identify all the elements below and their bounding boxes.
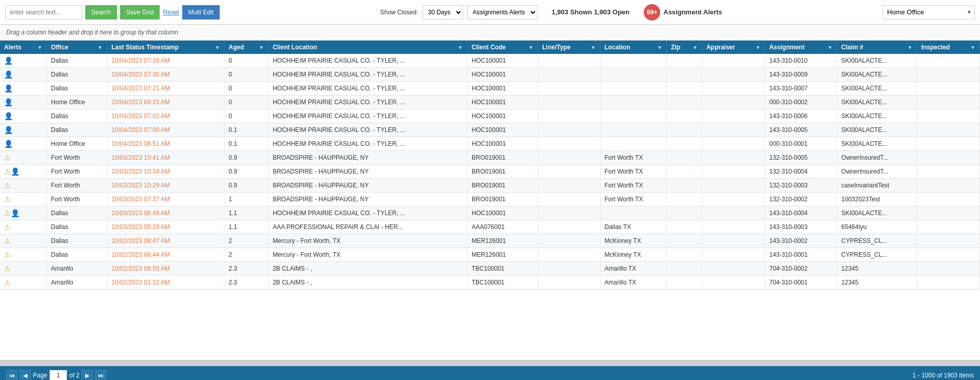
- scrollbar[interactable]: [0, 360, 980, 366]
- table-row[interactable]: ⚠Fort Worth10/03/2023 07:37 AM1BROADSPIR…: [0, 193, 980, 206]
- assignments-alerts-select[interactable]: Assignments Alerts: [467, 5, 537, 20]
- table-row[interactable]: ⚠Amarillo10/02/2023 01:12 AM2.32B CLAIMS…: [0, 276, 980, 290]
- page-label: Page: [33, 372, 47, 379]
- th-zip[interactable]: Zip▼: [667, 41, 702, 54]
- cell-office: Dallas: [47, 234, 107, 248]
- cell-timestamp: 10/04/2023 07:39 AM: [107, 54, 224, 68]
- save-grid-button[interactable]: Save Grid: [120, 5, 160, 20]
- table-row[interactable]: 👤Home Office10/04/2023 08:51 AM0.1HOCHHE…: [0, 137, 980, 151]
- th-client_code[interactable]: Client Code▼: [467, 41, 538, 54]
- th-claim_num[interactable]: Claim #▼: [837, 41, 917, 54]
- cell-location: [600, 137, 667, 151]
- filter-icon-office[interactable]: ▼: [98, 45, 103, 50]
- last-page-button[interactable]: ⏭: [95, 370, 106, 380]
- table-row[interactable]: 👤Dallas10/04/2023 07:39 AM0HOCHHEIM PRAI…: [0, 54, 980, 68]
- th-client_location[interactable]: Client Location▼: [268, 41, 468, 54]
- cell-appraiser: [702, 193, 765, 206]
- table-row[interactable]: 👤Dallas10/04/2023 07:21 AM0HOCHHEIM PRAI…: [0, 82, 980, 96]
- cell-assignment: 143-310-0002: [765, 234, 837, 248]
- th-last_status_timestamp[interactable]: Last Status Timestamp▼: [107, 41, 224, 54]
- cell-inspected: [917, 137, 980, 151]
- table-row[interactable]: ⚠👤Dallas10/03/2023 06:49 AM1.1HOCHHEIM P…: [0, 206, 980, 220]
- cell-line-type: [538, 206, 600, 220]
- cell-line-type: [538, 151, 600, 165]
- filter-icon-client_code[interactable]: ▼: [528, 45, 533, 50]
- cell-inspected: [917, 276, 980, 290]
- th-appraiser[interactable]: Appraiser▼: [702, 41, 765, 54]
- table-row[interactable]: ⚠Fort Worth10/03/2023 10:41 AM0.9BROADSP…: [0, 151, 980, 165]
- table-row[interactable]: ⚠Amarillo10/02/2023 08:55 AM2.32B CLAIMS…: [0, 262, 980, 276]
- show-closed-select[interactable]: 30 Days: [422, 5, 463, 20]
- filter-icon-inspected[interactable]: ▼: [970, 45, 975, 50]
- search-button[interactable]: Search: [85, 5, 117, 20]
- cell-alerts: ⚠: [0, 193, 47, 206]
- home-office-select[interactable]: Home Office: [882, 5, 975, 20]
- cell-alerts: ⚠: [0, 262, 47, 276]
- alert-badge[interactable]: 99+: [644, 4, 660, 21]
- cell-zip: [667, 220, 702, 234]
- cell-timestamp: 10/04/2023 07:21 AM: [107, 82, 224, 96]
- cell-inspected: [917, 165, 980, 179]
- filter-icon-assignment[interactable]: ▼: [828, 45, 833, 50]
- show-closed-label: Show Closed:: [380, 9, 418, 16]
- th-aged[interactable]: Aged▼: [224, 41, 268, 54]
- filter-icon-last_status_timestamp[interactable]: ▼: [215, 45, 220, 50]
- table-row[interactable]: 👤Dallas10/04/2023 07:00 AM0.1HOCHHEIM PR…: [0, 123, 980, 137]
- th-inspected[interactable]: Inspected▼: [917, 41, 980, 54]
- cell-timestamp: 10/03/2023 05:29 AM: [107, 220, 224, 234]
- filter-icon-line_type[interactable]: ▼: [591, 45, 596, 50]
- alert-user-icon: 👤: [4, 126, 13, 134]
- th-office[interactable]: Office▼: [47, 41, 107, 54]
- cell-aged: 2.3: [224, 262, 268, 276]
- table-row[interactable]: ⚠👤Fort Worth10/03/2023 10:34 AM0.9BROADS…: [0, 165, 980, 179]
- search-input[interactable]: [5, 5, 82, 20]
- prev-page-button[interactable]: ◀: [20, 370, 31, 380]
- table-row[interactable]: ⚠Dallas10/02/2023 08:47 AM2Mercury - For…: [0, 234, 980, 248]
- filter-icon-location[interactable]: ▼: [657, 45, 662, 50]
- cell-zip: [667, 179, 702, 193]
- cell-client-location: Mercury - Fort Worth, TX: [268, 248, 468, 262]
- th-location[interactable]: Location▼: [600, 41, 667, 54]
- cell-appraiser: [702, 206, 765, 220]
- cell-client-location: HOCHHEIM PRAIRIE CASUAL CO. - TYLER, ...: [268, 82, 468, 96]
- cell-client-location: HOCHHEIM PRAIRIE CASUAL CO. - TYLER, ...: [268, 54, 468, 68]
- alert-user-icon: 👤: [4, 112, 13, 120]
- toolbar: Search Save Grid Reset Multi Edit Show C…: [0, 0, 980, 25]
- cell-alerts: 👤: [0, 123, 47, 137]
- cell-claim-num: SKI00ALACTE...: [837, 123, 917, 137]
- filter-icon-client_location[interactable]: ▼: [458, 45, 463, 50]
- cell-office: Fort Worth: [47, 179, 107, 193]
- cell-line-type: [538, 276, 600, 290]
- table-row[interactable]: 👤Home Office10/04/2023 09:15 AM0HOCHHEIM…: [0, 96, 980, 109]
- cell-zip: [667, 96, 702, 109]
- filter-icon-alerts[interactable]: ▼: [37, 45, 42, 50]
- cell-client-code: MER126001: [467, 234, 538, 248]
- th-assignment[interactable]: Assignment▼: [765, 41, 837, 54]
- alert-warn-icon: ⚠: [4, 278, 11, 287]
- table-row[interactable]: 👤Dallas10/04/2023 07:36 AM0HOCHHEIM PRAI…: [0, 68, 980, 82]
- table-row[interactable]: 👤Dallas10/04/2023 07:02 AM0HOCHHEIM PRAI…: [0, 109, 980, 123]
- reset-button[interactable]: Reset: [163, 9, 179, 16]
- cell-claim-num: SKI00ALACTE...: [837, 206, 917, 220]
- cell-aged: 0: [224, 68, 268, 82]
- cell-assignment: 143-310-0005: [765, 123, 837, 137]
- cell-assignment: 132-310-0004: [765, 165, 837, 179]
- filter-icon-aged[interactable]: ▼: [259, 45, 264, 50]
- page-input[interactable]: [49, 370, 67, 380]
- cell-alerts: ⚠: [0, 276, 47, 290]
- next-page-button[interactable]: ▶: [82, 370, 93, 380]
- first-page-button[interactable]: ⏮: [6, 370, 17, 380]
- th-alerts[interactable]: Alerts▼: [0, 41, 47, 54]
- filter-icon-claim_num[interactable]: ▼: [907, 45, 912, 50]
- cell-location: Dallas TX: [600, 220, 667, 234]
- table-row[interactable]: ⚠Dallas10/02/2023 08:44 AM2Mercury - For…: [0, 248, 980, 262]
- multi-edit-button[interactable]: Multi Edit: [182, 5, 220, 20]
- table-row[interactable]: ⚠Fort Worth10/03/2023 10:29 AM0.9BROADSP…: [0, 179, 980, 193]
- alert-badge-group: 99+ Assignment Alerts: [644, 4, 722, 21]
- filter-icon-zip[interactable]: ▼: [693, 45, 698, 50]
- th-line_type[interactable]: Line/Type▼: [538, 41, 600, 54]
- filter-icon-appraiser[interactable]: ▼: [756, 45, 761, 50]
- cell-location: Fort Worth TX: [600, 179, 667, 193]
- table-row[interactable]: ⚠Dallas10/03/2023 05:29 AM1.1AAA PROFESS…: [0, 220, 980, 234]
- cell-alerts: 👤: [0, 96, 47, 109]
